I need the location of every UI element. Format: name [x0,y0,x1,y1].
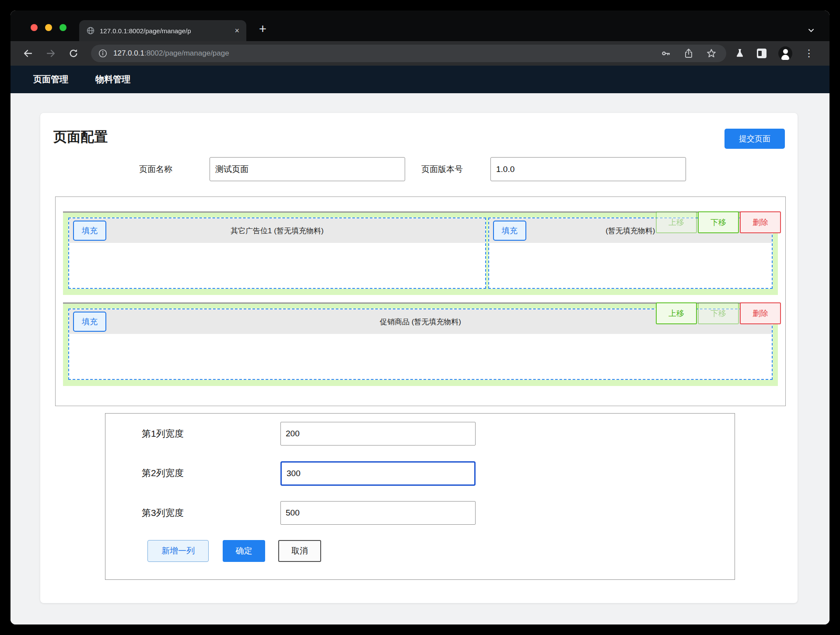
window-controls [31,24,66,31]
layout-rows-container: 填充 其它广告位1 (暂无填充物料) 填充 (暂无填充物料) 上移 下移 删除 [55,196,786,406]
col2-width-label: 第2列宽度 [142,461,184,485]
column-title: 其它广告位1 (暂无填充物料) [69,226,485,236]
minimize-window-button[interactable] [45,24,52,31]
move-down-button[interactable]: 下移 [698,211,739,233]
share-icon[interactable] [684,48,693,59]
add-column-button[interactable]: 新增一列 [147,540,209,562]
address-bar[interactable]: 127.0.0.1:8002/page/manage/page [91,45,726,62]
col1-width-label: 第1列宽度 [142,422,184,446]
site-info-icon[interactable] [98,49,108,58]
fill-button[interactable]: 填充 [73,221,106,241]
bookmark-star-icon[interactable] [706,48,717,59]
nav-item-material-manage[interactable]: 物料管理 [95,74,130,85]
side-panel-icon[interactable] [757,49,766,58]
page-config-card: 页面配置 提交页面 页面名称 页面版本号 填充 其它广告位1 (暂无填充物料) [40,113,798,603]
col3-width-input[interactable] [280,501,476,525]
nav-item-page-manage[interactable]: 页面管理 [33,74,68,85]
delete-row-button[interactable]: 删除 [740,302,781,324]
maximize-window-button[interactable] [60,24,66,31]
page-name-input[interactable] [210,157,405,181]
tab-close-icon[interactable]: × [234,27,239,35]
tab-search-chevron-icon[interactable] [808,28,815,33]
confirm-button[interactable]: 确定 [223,540,265,562]
row-actions: 上移 下移 删除 [656,211,781,233]
page-name-label: 页面名称 [139,157,172,181]
column-header: 填充 其它广告位1 (暂无填充物料) [69,218,485,243]
close-window-button[interactable] [31,24,38,31]
new-tab-button[interactable]: + [259,23,266,35]
layout-row: 填充 其它广告位1 (暂无填充物料) 填充 (暂无填充物料) 上移 下移 删除 [63,211,778,295]
col2-width-input[interactable] [280,461,476,486]
page-title: 页面配置 [53,128,108,146]
layout-row: 填充 促销商品 (暂无填充物料) 上移 下移 删除 [63,302,778,386]
tab-strip: 127.0.0.1:8002/page/manage/p × + [10,11,830,41]
page-background: 页面配置 提交页面 页面名称 页面版本号 填充 其它广告位1 (暂无填充物料) [10,93,830,624]
move-up-button: 上移 [656,211,697,233]
site-navbar: 页面管理 物料管理 [10,66,830,93]
browser-tab[interactable]: 127.0.0.1:8002/page/manage/p × [79,20,246,41]
forward-icon[interactable] [46,48,56,59]
col1-width-input[interactable] [280,422,476,446]
back-icon[interactable] [23,48,33,59]
fill-button[interactable]: 填充 [493,221,526,241]
browser-toolbar: 127.0.0.1:8002/page/manage/page [10,41,830,66]
move-down-button: 下移 [698,302,739,324]
menu-dots-icon[interactable]: ⋮ [804,49,814,58]
submit-page-button[interactable]: 提交页面 [724,129,785,149]
reload-icon[interactable] [68,48,79,59]
globe-favicon-icon [86,26,95,35]
delete-row-button[interactable]: 删除 [740,211,781,233]
fill-button[interactable]: 填充 [73,312,106,332]
move-up-button[interactable]: 上移 [656,302,697,324]
row-actions: 上移 下移 删除 [656,302,781,324]
page-version-input[interactable] [490,157,686,181]
password-key-icon[interactable] [661,48,671,59]
page-version-label: 页面版本号 [421,157,463,181]
col3-width-label: 第3列宽度 [142,501,184,525]
url-host: 127.0.0.1 [113,49,144,57]
browser-window: 127.0.0.1:8002/page/manage/p × + [10,11,830,624]
layout-column[interactable]: 填充 其它广告位1 (暂无填充物料) [68,218,486,289]
column-width-form: 第1列宽度 第2列宽度 第3列宽度 新增一列 确定 取消 [105,413,735,580]
tab-title: 127.0.0.1:8002/page/manage/p [100,27,216,35]
labs-flask-icon[interactable] [735,48,745,59]
cancel-button[interactable]: 取消 [278,540,321,562]
profile-avatar[interactable] [778,46,792,60]
url-path: :8002/page/manage/page [144,49,229,57]
url-text: 127.0.0.1:8002/page/manage/page [113,49,229,58]
